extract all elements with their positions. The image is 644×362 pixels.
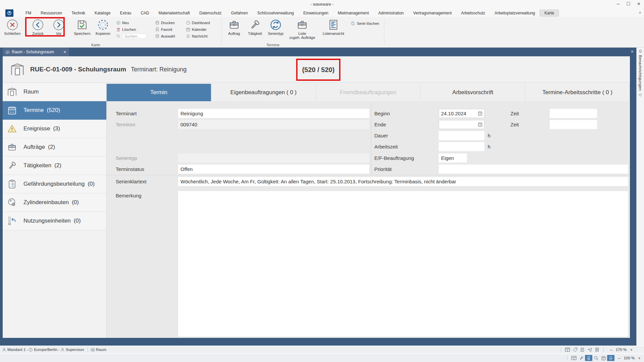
sidebar-item-nutzungseinheiten[interactable]: Nutzungseinheiten (0) xyxy=(3,212,106,230)
menu-karte[interactable]: Karte xyxy=(540,10,559,16)
series-type-button[interactable]: Serientyp xyxy=(266,19,285,36)
app-badge-button[interactable] xyxy=(585,355,592,361)
tab-arbeitsvorschrift[interactable]: Arbeitsvorschrift xyxy=(421,84,525,101)
ende-date-field[interactable]: 7 xyxy=(439,120,484,129)
menu-mietmanagement[interactable]: Mietmanagement xyxy=(333,10,374,16)
zoom-out-button[interactable]: – xyxy=(608,347,614,352)
app-search-button[interactable] xyxy=(592,355,600,361)
menu-arbeitsplatzverwaltung[interactable]: Arbeitsplatzverwaltung xyxy=(490,10,540,16)
terminstatus-label: Terminstatus xyxy=(116,165,144,174)
app-notifications-button[interactable] xyxy=(607,355,614,361)
termin-form: Terminart Reinigung Terminnr. 009740 Ser… xyxy=(107,101,630,338)
tab-termin[interactable]: Termin xyxy=(107,84,211,101)
selection-button[interactable]: Auswahl xyxy=(155,33,183,40)
form-column-divider xyxy=(371,103,371,174)
notification-bell-icon xyxy=(638,49,643,53)
menu-fm[interactable]: FM xyxy=(21,10,36,16)
delete-button[interactable]: Löschen xyxy=(116,26,152,33)
date-picker-icon[interactable]: 7 xyxy=(478,111,483,116)
message-button[interactable]: Nachricht xyxy=(186,33,218,40)
arbeitszeit-field[interactable] xyxy=(439,142,484,151)
activity-button[interactable]: Tätigkeit xyxy=(245,19,265,36)
app-tools-button[interactable] xyxy=(578,355,585,361)
app-calendar-button[interactable] xyxy=(600,355,607,361)
minimize-button[interactable]: ─ xyxy=(616,1,620,6)
close-record-button[interactable]: Schließen xyxy=(3,19,22,36)
related-orders-list-button[interactable]: Listezugeh. Aufträge xyxy=(287,19,318,40)
menu-items: FM Ressourcen Technik Kataloge Extras CA… xyxy=(21,10,559,16)
dauer-field[interactable] xyxy=(439,131,484,140)
copy-dashed-circle-icon xyxy=(97,19,109,31)
tab-eigenbeauftragungen[interactable]: Eigenbeauftragungen ( 0 ) xyxy=(211,84,316,101)
favorite-button[interactable]: Favorit xyxy=(155,26,183,33)
document-button[interactable] xyxy=(579,347,586,353)
pin-icon[interactable] xyxy=(638,93,642,97)
ef-beauftragung-field[interactable]: Eigen xyxy=(439,154,467,163)
tabstrip-close-icon[interactable]: ✕ xyxy=(631,49,634,54)
order-button[interactable]: Auftrag xyxy=(224,19,244,36)
menu-gefahren[interactable]: Gefahren xyxy=(226,10,253,16)
sidebar-item-termine[interactable]: Termine (520) xyxy=(3,101,106,120)
search-input[interactable]: Suchen... xyxy=(122,34,147,39)
tab-fremdbeauftragungen[interactable]: Fremdbeauftragungen xyxy=(316,84,421,101)
prioritaet-field[interactable] xyxy=(439,165,628,174)
menu-ressourcen[interactable]: Ressourcen xyxy=(36,10,67,16)
sidebar-item-ereignisse[interactable]: Ereignisse (3) xyxy=(3,120,106,138)
delete-series-button[interactable]: Serie löschen xyxy=(351,20,379,27)
calendar-button[interactable]: Kalender xyxy=(186,26,218,33)
menu-technik[interactable]: Technik xyxy=(67,10,90,16)
terminart-field[interactable]: Reinigung xyxy=(178,109,369,118)
tag-button[interactable] xyxy=(571,347,579,353)
save-button[interactable]: Speichern xyxy=(72,19,92,36)
send-cursor-button[interactable] xyxy=(586,347,593,353)
status-mandant: Mandant 1 - xyxy=(2,348,28,352)
sidebar-item-gefaehrdungsbeurteilung[interactable]: Gefährdungsbeurteilung (0) xyxy=(3,175,106,193)
ruler-pencil-button[interactable] xyxy=(593,347,601,353)
tab-termine-arbeitsschritte[interactable]: Termine-Arbeitsschritte ( 0 ) xyxy=(525,84,630,101)
close-button[interactable]: ✕ xyxy=(637,1,641,6)
dashboard-button[interactable]: Dashboard xyxy=(186,19,218,26)
list-view-button[interactable]: Listenansicht xyxy=(319,19,348,36)
zeit-ende-field[interactable] xyxy=(550,120,597,129)
bell-icon xyxy=(186,34,191,39)
menu-extras[interactable]: Extras xyxy=(115,10,136,16)
maximize-button[interactable]: ☐ xyxy=(626,1,630,6)
menu-datenschutz[interactable]: Datenschutz xyxy=(195,10,226,16)
back-button[interactable]: Zurück xyxy=(28,19,48,36)
notifications-strip[interactable]: Benachrichtigungen xyxy=(636,48,644,346)
zoom-in-button[interactable]: + xyxy=(629,347,634,352)
menu-cad[interactable]: CAD xyxy=(136,10,154,16)
menu-einweisungen[interactable]: Einweisungen xyxy=(299,10,333,16)
menu-materialwirtschaft[interactable]: Materialwirtschaft xyxy=(154,10,195,16)
sidebar-item-zylindereinbauten[interactable]: Zylindereinbauten (0) xyxy=(3,193,106,212)
zeit-beginn-field[interactable] xyxy=(550,109,597,118)
sidebar-item-auftraege[interactable]: Aufträge (2) xyxy=(3,138,106,157)
terminstatus-field[interactable]: Offen xyxy=(178,165,369,174)
new-button[interactable]: Neu xyxy=(116,19,152,26)
serientyp-label: Serientyp xyxy=(116,154,137,163)
app-zoom-out-button[interactable]: – xyxy=(616,356,622,361)
terminnr-field: 009740 xyxy=(178,120,369,129)
collapse-ribbon-icon[interactable]: ∧ xyxy=(639,10,641,15)
bemerkung-textarea[interactable] xyxy=(178,191,628,337)
menu-administration[interactable]: Administration xyxy=(374,10,409,16)
app-zoom-in-button[interactable]: + xyxy=(637,356,642,361)
tab-close-icon[interactable]: ✕ xyxy=(63,50,66,54)
date-picker-icon[interactable]: 7 xyxy=(478,122,483,127)
menu-arbeitsschutz[interactable]: Arbeitsschutz xyxy=(456,10,490,16)
menu-kataloge[interactable]: Kataloge xyxy=(90,10,115,16)
forward-button[interactable]: Vor xyxy=(49,19,68,36)
print-button[interactable]: Drucken xyxy=(155,19,183,26)
copy-button[interactable]: Kopieren xyxy=(93,19,113,36)
form-row-divider xyxy=(107,175,630,175)
menu-schluesselverwaltung[interactable]: Schlüsselverwaltung xyxy=(253,10,299,16)
content-zoom-value: 170 % xyxy=(614,348,629,352)
app-layout-button[interactable] xyxy=(570,355,578,361)
sidebar-item-taetigkeiten[interactable]: Tätigkeiten (2) xyxy=(3,157,106,175)
sidebar-item-raum[interactable]: Raum xyxy=(3,83,106,101)
layout-view-button[interactable] xyxy=(564,347,571,353)
document-tab-raum-schulungsraum[interactable]: Raum - Schulungsraum ✕ xyxy=(3,48,69,56)
menu-vertragsmanagement[interactable]: Vertragsmanagement xyxy=(409,10,457,16)
record-header: RUE-C-01-009 - Schulungsraum Terminart: … xyxy=(3,56,630,83)
beginn-date-field[interactable]: 24.10.2024 7 xyxy=(439,109,484,118)
